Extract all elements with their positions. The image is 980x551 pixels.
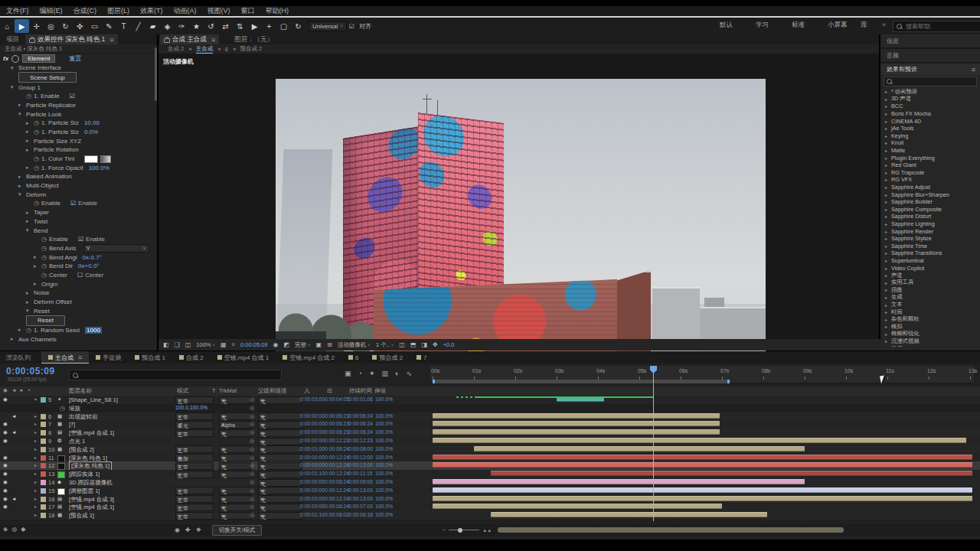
effects-category[interactable]: ▸CINEMA 4D [880,117,980,125]
twirl-icon[interactable]: ▸ [26,138,31,144]
layer-in-time[interactable]: 0:00:00:00 [300,455,325,460]
stopwatch-icon[interactable]: ◷ [60,405,65,412]
stopwatch-icon[interactable]: ◷ [26,327,31,334]
eye-icon[interactable]: ◉ [3,462,8,468]
effects-category[interactable]: ▸jAe Tools [880,125,980,132]
workspace-tab-4[interactable]: 小屏幕 [828,21,848,30]
twirl-icon[interactable]: ▾ [18,111,24,117]
layer-row[interactable]: ▸18▦[预合成 1]正常˅无˅◎无˅0:00:01:100:00:08:020… [0,511,980,520]
effects-category[interactable]: ▸Superluminal [880,257,980,265]
timeline-tool-icon[interactable]: ◔ [358,370,362,377]
layer-duration[interactable]: 0:00:09:00 [348,479,373,484]
layer-label-color[interactable] [41,504,46,510]
effects-category[interactable]: ▸BCC [880,103,980,110]
twirl-icon[interactable]: ▸ [885,192,889,197]
effects-category[interactable]: ▸Sapphire Blur+Sharpen [880,191,980,198]
dropdown[interactable]: 叠加˅ [175,454,214,461]
brush-tool-icon[interactable]: ╱ [131,19,145,33]
twirl-icon[interactable]: ▸ [885,155,889,161]
layer-duration[interactable]: 0:00:07:00 [348,504,373,509]
dropdown[interactable]: 正常˅ [175,462,214,470]
camera-track-xy-icon[interactable]: ⇄ [218,19,233,33]
audio-icon[interactable]: ◄ [11,496,16,501]
panel-menu-icon[interactable]: ≡ [972,66,975,73]
timeline-tab[interactable]: 空镜.mp4 合成 2 [276,351,341,364]
selection-tool-icon[interactable]: ▶ [15,19,29,33]
dropdown[interactable]: 无˅ [258,454,302,461]
parent-pickwhip-icon[interactable]: ◎ [250,405,254,411]
twirl-icon[interactable]: ▸ [26,299,31,305]
layer-duration-bar[interactable] [474,446,805,452]
twirl-icon[interactable]: ▸ [26,290,31,296]
viewer-icon[interactable]: ⬒ [410,341,416,348]
layer-out-time[interactable]: 0:00:08:24 [325,479,349,484]
layer-out-time[interactable]: 0:00:12:24 [325,462,349,468]
effects-category[interactable]: ▸Sapphire Adjust [880,184,980,191]
twirl-icon[interactable]: ▸ [885,207,889,212]
twirl-icon[interactable]: ▸ [885,324,889,329]
position-axis-icon[interactable]: + [262,19,276,33]
timeline-search-input[interactable] [80,371,252,380]
puppet-pin-tool-icon[interactable]: ★ [189,19,204,33]
layer-out-time[interactable]: 0:00:12:24 [325,496,349,501]
layer-label-color[interactable] [41,488,46,494]
camera-orbit-icon[interactable]: ↺ [204,19,218,33]
pen-tool-icon[interactable]: ✎ [102,19,116,33]
effect-reset-link[interactable]: 重置 [69,54,81,63]
effects-category[interactable]: ▸模拟 [880,323,980,331]
twirl-icon[interactable]: ▸ [885,280,889,285]
layer-duration[interactable]: 0:00:06:24 [348,429,373,435]
eye-icon[interactable]: ◉ [3,396,8,403]
workspace-tab-5[interactable]: 库 [861,21,867,30]
layer-label-color[interactable] [41,430,46,435]
parent-pickwhip-icon[interactable]: ◎ [250,429,254,435]
layer-duration-bar[interactable] [491,471,972,476]
twirl-icon[interactable]: ▸ [34,479,37,484]
layer-duration-bar[interactable] [491,512,768,517]
layer-in-time[interactable]: 0:00:03:00 [300,396,325,402]
layer-duration[interactable]: 0:00:06:18 [348,512,373,517]
menu-item[interactable]: 窗口 [241,6,255,16]
effects-category[interactable]: ▸Knoll [880,139,980,147]
twirl-icon[interactable]: ▸ [885,266,889,271]
type-tool-icon[interactable]: T [116,19,131,33]
layer-in-time[interactable]: 0:00:00:00 [300,496,325,501]
tab-layer[interactable]: 图层：（无） [228,35,279,44]
roto-brush-tool-icon[interactable]: ✑ [175,19,189,33]
layer-name[interactable]: [空镜.mp4 合成 1] [69,504,114,511]
effects-category[interactable]: ▸Matte [880,147,980,155]
layer-in-time[interactable]: 0:00:00:00 [300,438,325,443]
stopwatch-icon[interactable]: ◷ [41,272,47,279]
layer-stretch[interactable]: 100.0% [375,512,393,517]
work-area-bar[interactable] [433,380,730,383]
layer-duration[interactable]: 0:00:13:00 [348,462,373,468]
dropdown[interactable]: 无˅ [219,429,251,437]
parent-pickwhip-icon[interactable]: ◎ [250,487,254,494]
layer-name[interactable]: [7] [69,421,75,428]
layer-label-color[interactable] [41,455,46,461]
layer-name[interactable]: [深灰色 纯色 1] [69,455,107,462]
toggle-switches-modes-button[interactable]: 切换开关/模式 [212,525,262,536]
layer-stretch[interactable]: 100.0% [375,396,393,402]
effects-category[interactable]: ▸杂色和颗粒 [880,315,980,323]
layer-duration-bar[interactable] [433,429,720,435]
twirl-icon[interactable]: ▸ [885,221,889,227]
parent-pickwhip-icon[interactable]: ◎ [250,421,254,427]
twirl-icon[interactable]: ▸ [34,446,37,452]
solid-swatch[interactable] [57,471,65,478]
help-search-box[interactable] [893,21,980,32]
effects-category[interactable]: ▸RG VFX [880,176,980,184]
checkbox[interactable]: ☑ [70,93,75,99]
frame-blend-icon[interactable]: ✚ [185,527,191,533]
twirl-icon[interactable]: ▸ [885,229,889,234]
layer-label-color[interactable] [41,471,46,477]
effects-presets-header[interactable]: 效果和预设 ≡ [880,64,980,75]
snap-checkbox[interactable]: ☑ [349,23,354,30]
stopwatch-icon[interactable]: ◷ [41,254,47,261]
parent-pickwhip-icon[interactable]: ◎ [250,512,254,518]
layer-duration-bar[interactable] [433,421,720,426]
dropdown[interactable]: 正常˅ [175,512,214,520]
solid-swatch[interactable] [57,455,65,462]
twirl-icon[interactable]: ▸ [26,210,31,216]
flow-item[interactable]: 预合成 2 [240,45,262,53]
